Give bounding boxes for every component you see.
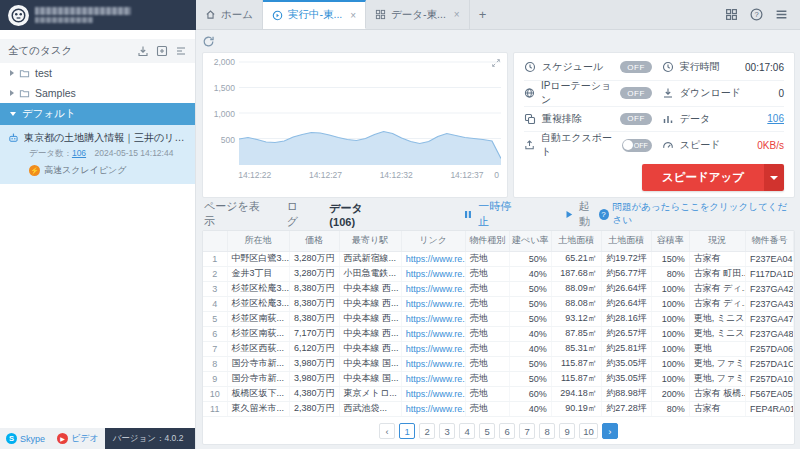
- folder-icon: [19, 68, 30, 79]
- help-icon[interactable]: ?: [750, 8, 763, 21]
- skype-link[interactable]: S Skype: [0, 428, 51, 449]
- next-page-button[interactable]: ›: [602, 423, 618, 439]
- tab-data-106[interactable]: データ(106): [329, 201, 383, 228]
- column-header[interactable]: 物件種別: [465, 231, 509, 251]
- speed-mode-label: 高速スクレイピング: [44, 164, 126, 177]
- column-header[interactable]: 土地面積: [551, 231, 601, 251]
- tab-show-page[interactable]: ページを表示: [204, 199, 265, 229]
- page-button[interactable]: 9: [559, 423, 575, 439]
- table-row[interactable]: 6杉並区南荻...7,170万円中央本線 西...https://www.re.…: [203, 326, 794, 341]
- cell-link[interactable]: https://www.re...: [401, 251, 465, 266]
- video-link[interactable]: ▶ ビデオ: [51, 428, 105, 449]
- data-count-link[interactable]: 106: [767, 113, 784, 124]
- globe-icon: [524, 87, 535, 99]
- data-count-value[interactable]: 106: [72, 148, 86, 158]
- page-button[interactable]: 4: [459, 423, 475, 439]
- table-row[interactable]: 5杉並区南荻...8,380万円中央本線 西...https://www.re.…: [203, 311, 794, 326]
- column-header[interactable]: 容積率: [651, 231, 689, 251]
- sidebar-task-selected[interactable]: 東京都の土地購入情報｜三井のリハウス・ス... データ数：106 2024-05…: [0, 125, 195, 184]
- schedule-off-badge[interactable]: OFF: [620, 61, 652, 73]
- cell: 中央本線 国...: [339, 356, 401, 371]
- cell: 50%: [509, 296, 551, 311]
- table-row[interactable]: 4杉並区松庵3...8,380万円中央本線 西...https://www.re…: [203, 296, 794, 311]
- cell: 50%: [509, 281, 551, 296]
- cell-link[interactable]: https://www.re...: [401, 386, 465, 401]
- cell: F257DA10: [745, 371, 793, 386]
- sidebar-folder-samples[interactable]: Samples: [0, 83, 195, 103]
- page-button[interactable]: 1: [399, 423, 415, 439]
- tab-running-task[interactable]: 実行中-東... ×: [263, 0, 366, 29]
- brand-area: [0, 0, 196, 30]
- tab-home[interactable]: ホーム: [196, 0, 263, 29]
- cell-link[interactable]: https://www.re...: [401, 266, 465, 281]
- auto-export-toggle[interactable]: OFF: [622, 139, 652, 152]
- collapse-list-icon[interactable]: [175, 45, 187, 57]
- refresh-icon[interactable]: [202, 35, 215, 48]
- cell: 東京メトロ...: [339, 386, 401, 401]
- column-header[interactable]: 物件番号: [745, 231, 793, 251]
- speed-up-button[interactable]: スピードアップ: [642, 164, 784, 191]
- import-task-icon[interactable]: [137, 45, 149, 57]
- page-button[interactable]: 8: [539, 423, 555, 439]
- menu-icon[interactable]: [775, 8, 788, 21]
- start-button[interactable]: 起動: [564, 199, 599, 229]
- cell: 中央本線 西...: [339, 281, 401, 296]
- new-tab-button[interactable]: +: [470, 0, 496, 29]
- page-button[interactable]: 6: [499, 423, 515, 439]
- table-row[interactable]: 3杉並区松庵3...8,380万円中央本線 西...https://www.re…: [203, 281, 794, 296]
- task-date: 2024-05-15 14:12:44: [94, 148, 173, 158]
- table-row[interactable]: 7杉並区西荻...6,120万円中央本線 西...https://www.re.…: [203, 341, 794, 356]
- close-tab-icon[interactable]: ×: [350, 10, 356, 21]
- column-header[interactable]: 最寄り駅: [339, 231, 401, 251]
- dedup-off-badge[interactable]: OFF: [620, 113, 652, 125]
- column-header[interactable]: 価格: [289, 231, 339, 251]
- speed-up-dropdown[interactable]: [764, 164, 784, 191]
- column-header[interactable]: 現況: [689, 231, 745, 251]
- sidebar-group-default[interactable]: デフォルト: [0, 103, 195, 125]
- cell: 古家有: [689, 401, 745, 416]
- cell-link[interactable]: https://www.re...: [401, 401, 465, 416]
- cell: 約35.05坪: [601, 371, 651, 386]
- column-header[interactable]: 土地面積: [601, 231, 651, 251]
- cell-link[interactable]: https://www.re...: [401, 371, 465, 386]
- page-button[interactable]: 7: [519, 423, 535, 439]
- sidebar-folder-test[interactable]: test: [0, 63, 195, 83]
- cell-link[interactable]: https://www.re...: [401, 296, 465, 311]
- table-row[interactable]: 9国分寺市新...3,980万円中央本線 国...https://www.re.…: [203, 371, 794, 386]
- apps-grid-icon[interactable]: [725, 8, 738, 21]
- cell-link[interactable]: https://www.re...: [401, 311, 465, 326]
- table-row[interactable]: 8国分寺市新...3,980万円中央本線 国...https://www.re.…: [203, 356, 794, 371]
- tab-log[interactable]: ログ: [287, 199, 308, 229]
- tab-data[interactable]: データ-東... ×: [366, 0, 470, 29]
- page-button[interactable]: 5: [479, 423, 495, 439]
- auto-export-label: 自動エクスポート: [541, 131, 616, 159]
- table-header-row: 所在地価格最寄り駅リンク物件種別建ぺい率土地面積土地面積容積率現況物件番号: [203, 231, 794, 251]
- cell-link[interactable]: https://www.re...: [401, 281, 465, 296]
- pause-button[interactable]: 一時停止: [463, 199, 518, 229]
- close-tab-icon[interactable]: ×: [454, 9, 460, 20]
- help-link[interactable]: ? 問題があったらここをクリックしてください: [599, 201, 793, 227]
- page-button[interactable]: 2: [419, 423, 435, 439]
- cell-link[interactable]: https://www.re...: [401, 356, 465, 371]
- page-button[interactable]: 3: [439, 423, 455, 439]
- chevron-right-icon: [10, 90, 14, 96]
- page-button[interactable]: 10: [579, 423, 598, 439]
- prev-page-button[interactable]: ‹: [379, 423, 395, 439]
- table-row[interactable]: 11東久留米市...2,380万円西武池袋...https://www.re..…: [203, 401, 794, 416]
- app-logo-icon: [8, 5, 29, 26]
- column-header[interactable]: [203, 231, 227, 251]
- column-header[interactable]: 所在地: [227, 231, 289, 251]
- table-row[interactable]: 10板橋区坂下...4,380万円東京メトロ...https://www.re.…: [203, 386, 794, 401]
- cell: 100%: [651, 341, 689, 356]
- table-row[interactable]: 2金井3丁目3,280万円小田急電鉄...https://www.re...売地…: [203, 266, 794, 281]
- table-row[interactable]: 1中野区白鷺3...3,280万円西武新宿線...https://www.re.…: [203, 251, 794, 266]
- column-header[interactable]: 建ぺい率: [509, 231, 551, 251]
- cell: 売地: [465, 356, 509, 371]
- column-header[interactable]: リンク: [401, 231, 465, 251]
- cell-link[interactable]: https://www.re...: [401, 341, 465, 356]
- cell: 3,280万円: [289, 251, 339, 266]
- new-task-icon[interactable]: [156, 45, 168, 57]
- ip-rotation-off-badge[interactable]: OFF: [620, 87, 652, 99]
- cell-link[interactable]: https://www.re...: [401, 326, 465, 341]
- expand-chart-icon[interactable]: [491, 58, 501, 68]
